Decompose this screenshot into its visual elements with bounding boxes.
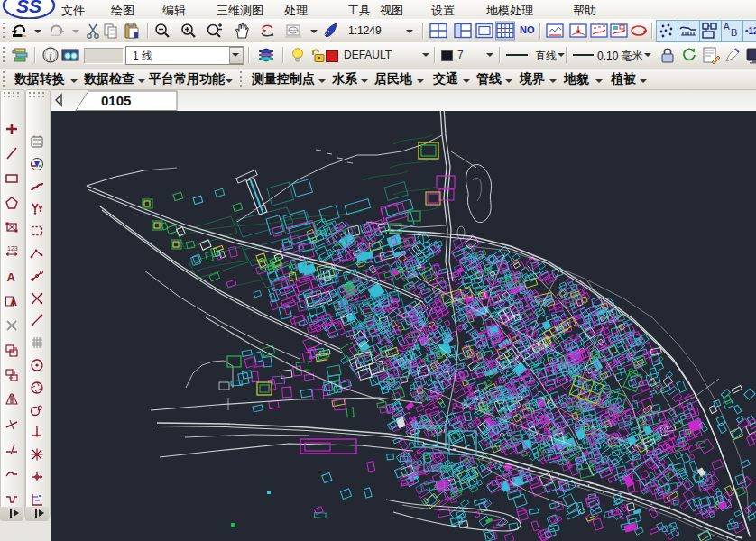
svg-text:0105: 0105 bbox=[101, 93, 131, 108]
svg-text:•12: •12 bbox=[745, 26, 756, 36]
svg-text:B: B bbox=[731, 27, 737, 38]
svg-text:A: A bbox=[7, 270, 16, 284]
svg-text:A: A bbox=[724, 22, 730, 32]
svg-text:A: A bbox=[10, 297, 17, 307]
svg-text:i: i bbox=[49, 50, 51, 62]
svg-text:123: 123 bbox=[7, 245, 18, 252]
svg-text:SS: SS bbox=[16, 0, 41, 16]
